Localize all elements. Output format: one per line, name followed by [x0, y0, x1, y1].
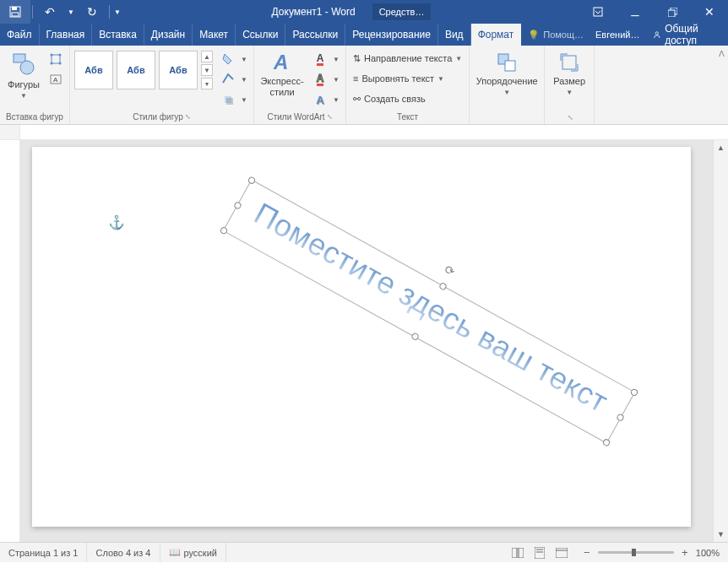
web-layout-button[interactable] — [551, 543, 573, 563]
tab-home[interactable]: Главная — [40, 24, 93, 46]
svg-rect-3 — [594, 8, 602, 16]
group-insert-shapes: Фигуры ▼ A Вставка фигур — [0, 46, 70, 124]
minimize-button[interactable]: _ — [617, 0, 654, 24]
arrange-icon — [495, 51, 519, 74]
shape-style-1[interactable]: Абв — [74, 51, 113, 89]
rotate-handle[interactable]: ⟳ — [442, 263, 460, 281]
share-button[interactable]: Общий доступ — [644, 23, 728, 46]
shape-effects-dropdown[interactable]: ▼ — [239, 90, 249, 109]
textbox-icon: A — [50, 73, 62, 85]
shape-fill-button[interactable] — [219, 50, 237, 68]
qat-customize[interactable]: ▼ — [111, 0, 123, 24]
language-indicator[interactable]: 📖русский — [160, 543, 226, 562]
text-fill-button[interactable]: A — [311, 50, 329, 68]
zoom-slider[interactable] — [598, 551, 674, 554]
wordart-text[interactable]: Поместите здесь ваш текст — [228, 181, 634, 436]
tab-insert[interactable]: Вставка — [92, 24, 144, 46]
title-center: Документ1 - Word Средств… — [123, 3, 579, 20]
shape-style-scroll[interactable]: ▲▼▾ — [201, 51, 213, 89]
svg-point-9 — [51, 54, 53, 57]
size-launcher[interactable]: ⤡ — [568, 114, 573, 122]
shape-outline-button[interactable] — [219, 70, 237, 89]
tab-references[interactable]: Ссылки — [236, 24, 285, 46]
print-layout-button[interactable] — [529, 543, 551, 563]
tab-layout[interactable]: Макет — [193, 24, 236, 46]
tab-mailings[interactable]: Рассылки — [285, 24, 345, 46]
arrange-button[interactable]: Упорядочение ▼ — [473, 49, 541, 98]
svg-rect-2 — [12, 13, 19, 16]
page-indicator[interactable]: Страница 1 из 1 — [0, 543, 87, 562]
proofing-icon: 📖 — [169, 547, 181, 558]
shape-styles-launcher[interactable]: ⤡ — [185, 113, 191, 121]
group-shape-styles: Абв Абв Абв ▲▼▾ ▼ ▼ ▼ Стили фигур⤡ — [70, 46, 254, 124]
text-fill-dropdown[interactable]: ▼ — [331, 50, 341, 68]
quick-styles-button[interactable]: A Экспресс-стили — [258, 49, 307, 100]
vertical-ruler[interactable] — [0, 140, 20, 542]
undo-dropdown[interactable]: ▼ — [65, 0, 77, 24]
tell-me[interactable]: 💡Помощ… — [521, 30, 590, 41]
page-scroll[interactable]: ⚓ Поместите здесь ваш текст ⟳ — [20, 140, 713, 542]
text-effects-button[interactable]: A — [311, 90, 329, 109]
text-direction-icon: ⇅ — [353, 53, 361, 64]
effects-icon — [221, 93, 235, 106]
vertical-scrollbar[interactable]: ▲ ▼ — [713, 140, 728, 542]
page[interactable]: ⚓ Поместите здесь ваш текст ⟳ — [32, 147, 691, 527]
tab-file[interactable]: Файл — [0, 24, 40, 46]
tab-format[interactable]: Формат — [471, 24, 522, 46]
save-icon — [9, 6, 21, 18]
svg-rect-20 — [562, 56, 576, 69]
shape-style-2[interactable]: Абв — [117, 51, 155, 89]
tab-review[interactable]: Рецензирование — [345, 24, 438, 46]
group-wordart-styles: A Экспресс-стили A▼ A▼ A▼ Стили WordArt⤡ — [254, 46, 346, 124]
tab-design[interactable]: Дизайн — [144, 24, 193, 46]
read-mode-button[interactable] — [507, 543, 529, 563]
text-outline-button[interactable]: A — [311, 70, 329, 89]
shape-style-3[interactable]: Абв — [159, 51, 198, 89]
svg-rect-19 — [505, 61, 515, 71]
zoom-out-button[interactable]: − — [581, 546, 593, 559]
word-count[interactable]: Слово 4 из 4 — [87, 543, 160, 562]
shape-fill-dropdown[interactable]: ▼ — [239, 50, 249, 68]
draw-textbox-button[interactable]: A — [46, 70, 65, 89]
align-text-button[interactable]: ≡Выровнять текст▼ — [350, 69, 465, 88]
chevron-down-icon: ▼ — [20, 92, 27, 100]
svg-rect-21 — [512, 548, 517, 558]
svg-rect-16 — [226, 98, 233, 105]
wordart-launcher[interactable]: ⤡ — [327, 113, 333, 121]
zoom-in-button[interactable]: + — [679, 546, 691, 559]
create-link-button[interactable]: ⚯Создать связь — [350, 89, 465, 108]
redo-button[interactable]: ↻ — [77, 0, 107, 24]
redo-icon: ↻ — [87, 5, 97, 19]
user-name[interactable]: Евгений… — [590, 30, 644, 40]
horizontal-ruler[interactable] — [0, 125, 728, 140]
resize-handle-bl[interactable] — [220, 226, 229, 235]
scroll-up-button[interactable]: ▲ — [714, 140, 728, 155]
size-button[interactable]: Размер ▼ — [548, 49, 590, 98]
shapes-button[interactable]: Фигуры ▼ — [3, 49, 44, 101]
edit-shape-button[interactable] — [46, 50, 65, 68]
collapse-ribbon-button[interactable]: ᐱ — [719, 49, 725, 58]
ribbon-display-button[interactable] — [579, 0, 617, 24]
wordart-object[interactable]: Поместите здесь ваш текст ⟳ — [223, 179, 636, 443]
resize-handle-bm[interactable] — [410, 332, 420, 341]
text-effects-icon: A — [316, 94, 323, 106]
close-button[interactable]: ✕ — [691, 0, 728, 24]
shape-outline-dropdown[interactable]: ▼ — [239, 70, 249, 89]
svg-text:A: A — [273, 51, 288, 73]
save-button[interactable] — [0, 0, 30, 24]
close-icon: ✕ — [704, 5, 714, 19]
text-effects-dropdown[interactable]: ▼ — [331, 90, 341, 109]
wordart-a-icon: A — [270, 51, 294, 74]
undo-button[interactable]: ↶ — [35, 0, 65, 24]
text-fill-icon: A — [317, 53, 324, 66]
tab-view[interactable]: Вид — [438, 24, 471, 46]
align-text-icon: ≡ — [353, 73, 358, 84]
zoom-level[interactable]: 100% — [696, 548, 720, 558]
text-outline-dropdown[interactable]: ▼ — [331, 70, 341, 89]
size-icon — [557, 51, 581, 74]
shape-effects-button[interactable] — [219, 90, 237, 109]
restore-button[interactable] — [654, 0, 691, 24]
resize-handle-br[interactable] — [602, 438, 611, 447]
scroll-down-button[interactable]: ▼ — [714, 527, 728, 542]
text-direction-button[interactable]: ⇅Направление текста▼ — [350, 49, 465, 68]
